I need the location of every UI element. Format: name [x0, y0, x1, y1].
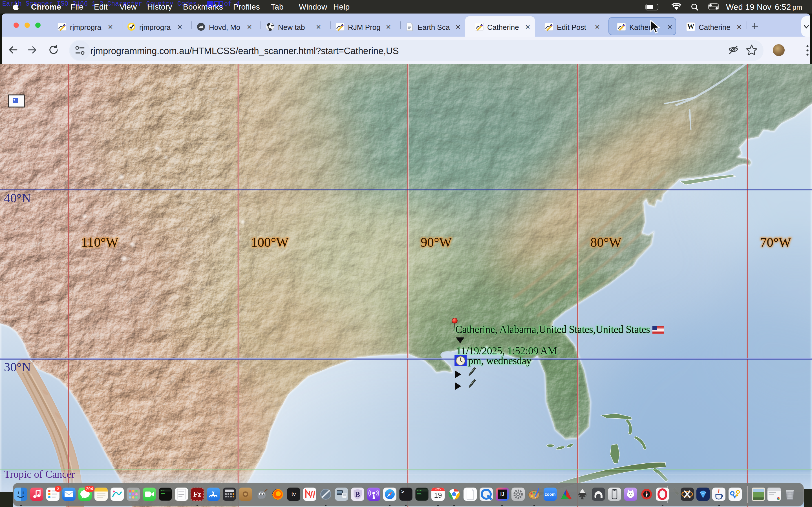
svg-text:exec: exec — [417, 490, 422, 492]
svg-text:80°W: 80°W — [591, 235, 622, 249]
svg-text:30°N: 30°N — [4, 360, 31, 374]
svg-text:70°W: 70°W — [760, 235, 792, 249]
svg-text:40°N: 40°N — [4, 191, 31, 205]
svg-text:100°W: 100°W — [251, 235, 289, 249]
svg-text:W: W — [687, 22, 695, 31]
svg-text:110°W: 110°W — [81, 235, 119, 249]
svg-text:90°W: 90°W — [421, 235, 452, 249]
svg-text:B: B — [355, 490, 360, 499]
svg-text:EXEC: EXEC — [161, 490, 166, 492]
svg-text:Tropic of Cancer: Tropic of Cancer — [4, 468, 75, 480]
